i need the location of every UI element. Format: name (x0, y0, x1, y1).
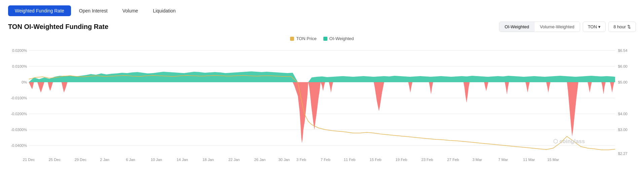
svg-text:30 Jan: 30 Jan (278, 158, 290, 162)
chevron-updown-icon: ⇅ (627, 24, 631, 29)
legend-ton-price: TON Price (290, 36, 316, 41)
tab-weighted-funding-rate[interactable]: Weighted Funding Rate (8, 5, 71, 16)
interval-selector[interactable]: 8 hour ⇅ (608, 22, 636, 32)
svg-text:0.0200%: 0.0200% (12, 48, 27, 53)
svg-text:$5.00: $5.00 (618, 80, 628, 84)
svg-text:14 Jan: 14 Jan (177, 158, 188, 162)
svg-text:23 Feb: 23 Feb (421, 158, 433, 162)
svg-text:-0.0100%: -0.0100% (11, 96, 27, 100)
chart-area: 0.0200% 0.0100% 0% -0.0100% -0.0200% -0.… (8, 44, 636, 172)
svg-text:0%: 0% (22, 80, 27, 84)
svg-text:19 Feb: 19 Feb (395, 158, 407, 162)
svg-text:11 Feb: 11 Feb (344, 158, 355, 162)
svg-text:15 Feb: 15 Feb (369, 158, 381, 162)
svg-text:2 Jan: 2 Jan (100, 158, 109, 162)
svg-text:$6.00: $6.00 (618, 64, 628, 68)
svg-text:7 Feb: 7 Feb (321, 158, 330, 162)
svg-text:7 Mar: 7 Mar (498, 158, 508, 162)
tab-liquidation[interactable]: Liquidation (146, 5, 182, 16)
volume-weighted-toggle[interactable]: Volume-Weighted (535, 22, 580, 32)
coin-selector[interactable]: TON ▾ (583, 22, 606, 32)
chart-svg: 0.0200% 0.0100% 0% -0.0100% -0.0200% -0.… (8, 44, 636, 172)
svg-text:3 Feb: 3 Feb (296, 158, 306, 162)
chevron-down-icon: ▾ (598, 24, 601, 29)
weight-toggle-group: OI-Weighted Volume-Weighted (499, 22, 580, 32)
tab-volume[interactable]: Volume (116, 5, 145, 16)
svg-text:18 Jan: 18 Jan (203, 158, 214, 162)
svg-text:6 Jan: 6 Jan (126, 158, 135, 162)
svg-rect-0 (29, 44, 615, 155)
tab-open-interest[interactable]: Open Interest (72, 5, 114, 16)
chart-title: TON OI-Weighted Funding Rate (8, 23, 108, 31)
svg-text:$4.00: $4.00 (618, 112, 628, 116)
svg-text:$3.00: $3.00 (618, 128, 628, 132)
chart-legend: TON Price OI-Weighted (8, 36, 636, 41)
svg-text:0.0100%: 0.0100% (12, 64, 27, 68)
main-container: Weighted Funding Rate Open Interest Volu… (0, 0, 644, 195)
svg-text:11 Mar: 11 Mar (523, 158, 535, 162)
tab-bar: Weighted Funding Rate Open Interest Volu… (8, 5, 636, 16)
svg-text:22 Jan: 22 Jan (228, 158, 240, 162)
svg-text:$6.54: $6.54 (618, 48, 628, 53)
svg-text:26 Jan: 26 Jan (254, 158, 266, 162)
controls: OI-Weighted Volume-Weighted TON ▾ 8 hour… (499, 22, 636, 32)
svg-text:-0.0200%: -0.0200% (11, 112, 27, 116)
chart-header: TON OI-Weighted Funding Rate OI-Weighted… (8, 22, 636, 32)
legend-oi-weighted-dot (323, 37, 327, 41)
oi-weighted-toggle[interactable]: OI-Weighted (499, 22, 535, 32)
svg-text:10 Jan: 10 Jan (151, 158, 162, 162)
svg-text:-0.0400%: -0.0400% (11, 143, 27, 148)
svg-text:3 Mar: 3 Mar (472, 158, 482, 162)
svg-text:-0.0300%: -0.0300% (11, 128, 27, 132)
svg-text:27 Feb: 27 Feb (447, 158, 459, 162)
svg-text:⬡ coinglass: ⬡ coinglass (553, 138, 585, 144)
svg-text:29 Dec: 29 Dec (74, 158, 86, 162)
svg-text:21 Dec: 21 Dec (23, 158, 35, 162)
svg-text:15 Mar: 15 Mar (547, 158, 559, 162)
legend-oi-weighted: OI-Weighted (323, 36, 354, 41)
svg-text:$2.27: $2.27 (618, 152, 628, 156)
legend-ton-price-dot (290, 37, 294, 41)
svg-text:25 Dec: 25 Dec (49, 158, 61, 162)
